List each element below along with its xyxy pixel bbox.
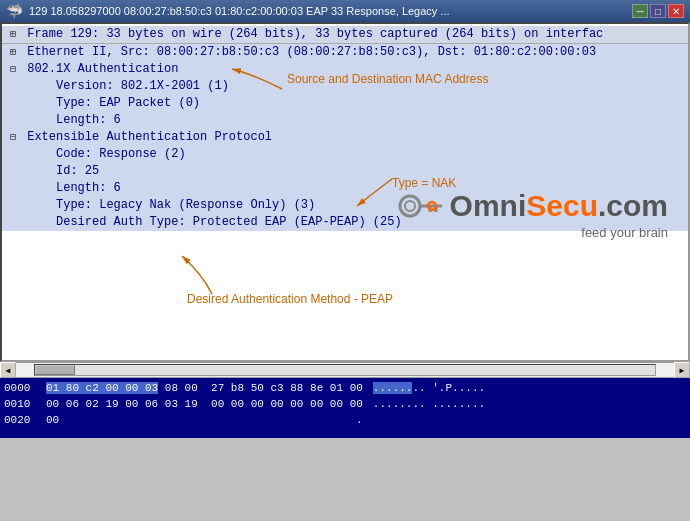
expand-icon-dot1x[interactable]: ⊟ [6, 61, 20, 78]
eap-length-text: Length: 6 [27, 181, 121, 195]
logo-tagline: feed your brain [581, 225, 668, 240]
expand-icon-ethernet[interactable]: ⊞ [6, 44, 20, 61]
expand-icon-version [6, 78, 20, 95]
eap-text: Extensible Authentication Protocol [27, 130, 272, 144]
expand-icon-length1 [6, 112, 20, 129]
tree-row-length1[interactable]: Length: 6 [2, 112, 688, 129]
hex-dump-area: 0000 01 80 c2 00 00 03 08 00 27 b8 50 c3… [0, 378, 690, 438]
window-title: 129 18.058297000 08:00:27:b8:50:c3 01:80… [29, 5, 450, 17]
minimize-button[interactable]: ─ [632, 4, 648, 18]
hex-ascii-0010: ........ ........ [373, 396, 503, 412]
logo-key-icon [394, 188, 444, 223]
eap-type-text: Type: EAP Packet (0) [27, 96, 200, 110]
hex-offset-0020: 0020 [4, 412, 46, 428]
peap-annotation: Desired Authentication Method - PEAP [187, 292, 393, 306]
logo-secu: Secu [526, 189, 598, 222]
maximize-button[interactable]: □ [650, 4, 666, 18]
scroll-thumb[interactable] [35, 365, 75, 375]
logo-area: OmniSecu.com feed your brain [394, 188, 668, 240]
hex-offset-0000: 0000 [4, 380, 46, 396]
tree-row-eap[interactable]: ⊟ Extensible Authentication Protocol [2, 129, 688, 146]
app-icon: 🦈 [6, 3, 23, 20]
scroll-right-btn[interactable]: ▶ [674, 362, 690, 378]
scroll-left-btn[interactable]: ◀ [0, 362, 16, 378]
logo-container: OmniSecu.com [394, 188, 668, 223]
dot1x-text: 802.1X Authentication [27, 62, 178, 76]
logo-text: OmniSecu.com [450, 189, 668, 223]
expand-icon-legacy-nak [6, 197, 20, 214]
app-window: 🦈 129 18.058297000 08:00:27:b8:50:c3 01:… [0, 0, 690, 521]
expand-icon-id [6, 163, 20, 180]
hex-bytes-0020: 00 [46, 412, 346, 428]
title-bar-left: 🦈 129 18.058297000 08:00:27:b8:50:c3 01:… [6, 3, 450, 20]
tree-row-code[interactable]: Code: Response (2) [2, 146, 688, 163]
hex-selected-ascii-0000: ...... [373, 382, 413, 394]
hex-ascii-0020: . [356, 412, 486, 428]
legacy-nak-text: Type: Legacy Nak (Response Only) (3) [27, 198, 315, 212]
expand-icon-eap-length [6, 180, 20, 197]
expand-icon-eap[interactable]: ⊟ [6, 129, 20, 146]
hex-bytes-0010: 00 06 02 19 00 06 03 19 00 00 00 00 00 0… [46, 396, 363, 412]
id-text: Id: 25 [27, 164, 99, 178]
hex-selected-bytes-0000: 01 80 c2 00 00 03 [46, 382, 158, 394]
hex-offset-0010: 0010 [4, 396, 46, 412]
length1-text: Length: 6 [27, 113, 121, 127]
desired-auth-text: Desired Auth Type: Protected EAP (EAP-PE… [27, 215, 401, 229]
close-button[interactable]: ✕ [668, 4, 684, 18]
tree-row-eap-type[interactable]: Type: EAP Packet (0) [2, 95, 688, 112]
hex-row-0010: 0010 00 06 02 19 00 06 03 19 00 00 00 00… [4, 396, 686, 412]
hex-bytes-0000: 01 80 c2 00 00 03 08 00 27 b8 50 c3 88 8… [46, 380, 363, 396]
tree-row-frame[interactable]: ⊞ Frame 129: 33 bytes on wire (264 bits)… [2, 26, 688, 44]
hex-ascii-0000: ........ '.P..... [373, 380, 503, 396]
hex-row-0000: 0000 01 80 c2 00 00 03 08 00 27 b8 50 c3… [4, 380, 686, 396]
horizontal-scrollbar[interactable]: ◀ ▶ [0, 362, 690, 378]
scroll-track[interactable] [34, 364, 656, 376]
tree-row-id[interactable]: Id: 25 [2, 163, 688, 180]
logo-com: .com [598, 189, 668, 222]
hex-row-0020: 0020 00 . [4, 412, 686, 428]
expand-icon-eap-type [6, 95, 20, 112]
svg-point-4 [405, 201, 415, 211]
title-buttons: ─ □ ✕ [632, 4, 684, 18]
frame-text: Frame 129: 33 bytes on wire (264 bits), … [27, 27, 603, 41]
expand-icon-desired-auth [6, 214, 20, 231]
title-bar: 🦈 129 18.058297000 08:00:27:b8:50:c3 01:… [0, 0, 690, 22]
svg-point-3 [400, 196, 420, 216]
main-content: ⊞ Frame 129: 33 bytes on wire (264 bits)… [0, 22, 690, 521]
expand-icon-frame[interactable]: ⊞ [6, 26, 20, 43]
tree-row-ethernet[interactable]: ⊞ Ethernet II, Src: 08:00:27:b8:50:c3 (0… [2, 44, 688, 61]
logo-omni: Omni [450, 189, 527, 222]
ethernet-text: Ethernet II, Src: 08:00:27:b8:50:c3 (08:… [27, 45, 596, 59]
version-text: Version: 802.1X-2001 (1) [27, 79, 229, 93]
expand-icon-code [6, 146, 20, 163]
code-text: Code: Response (2) [27, 147, 185, 161]
packet-tree[interactable]: ⊞ Frame 129: 33 bytes on wire (264 bits)… [0, 22, 690, 362]
mac-annotation: Source and Destination MAC Address [287, 72, 488, 86]
